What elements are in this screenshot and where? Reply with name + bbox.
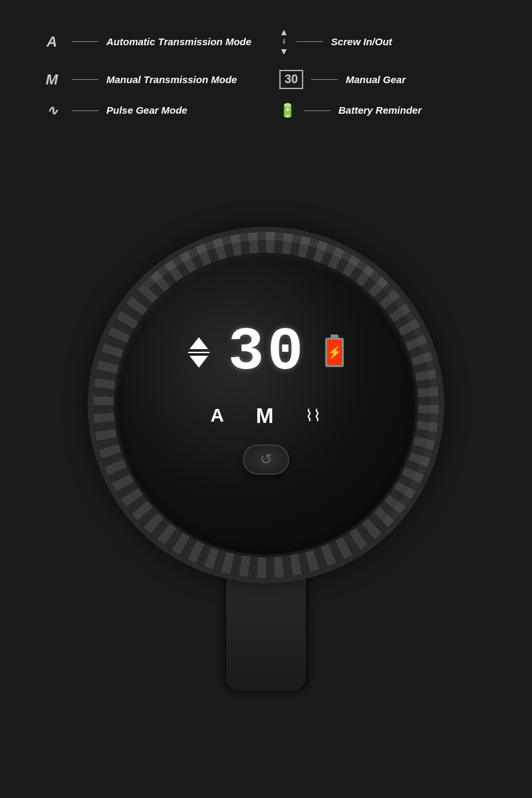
mode-a-indicator: A (211, 405, 224, 426)
legend-item-pulse-gear: ∿ Pulse Gear Mode (40, 102, 253, 118)
manual-symbol: M (40, 71, 64, 88)
legend-item-manual-gear: 30 Manual Gear (279, 70, 492, 89)
mode-pulse-indicator: ⌇⌇ (305, 406, 321, 425)
legend-line (72, 41, 98, 42)
pulse-symbol: ∿ (40, 102, 64, 118)
mode-m-indicator: M (256, 404, 274, 428)
gear-symbol: 30 (279, 70, 303, 89)
button-icon: ↺ (260, 451, 272, 468)
mode-row: A M ⌇⌇ (211, 404, 322, 428)
device-outer: 30 A M ⌇⌇ ↺ (93, 232, 439, 684)
arrow-separator (188, 352, 209, 353)
battery-legend-symbol: 🔋 (279, 102, 296, 118)
legend-panel: A Automatic Transmission Mode ▲ ⬇ ▼ Scre… (0, 0, 532, 132)
legend-item-screw: ▲ ⬇ ▼ Screw In/Out (279, 27, 492, 57)
manual-label: Manual Transmission Mode (106, 73, 237, 86)
legend-line (72, 79, 98, 80)
auto-symbol: A (40, 33, 64, 51)
legend-item-auto-transmission: A Automatic Transmission Mode (40, 27, 253, 57)
display-battery (325, 338, 344, 367)
device-stem (226, 571, 306, 691)
arrow-down-icon (190, 356, 208, 368)
knob-inner: 30 A M ⌇⌇ ↺ (116, 255, 416, 555)
battery-label: Battery Reminder (338, 104, 422, 117)
knob-ring[interactable]: 30 A M ⌇⌇ ↺ (93, 232, 439, 578)
legend-line (304, 110, 331, 111)
legend-item-battery: 🔋 Battery Reminder (279, 102, 492, 118)
pulse-label: Pulse Gear Mode (106, 104, 188, 117)
legend-item-manual-transmission: M Manual Transmission Mode (40, 70, 253, 89)
display-panel: 30 A M ⌇⌇ (188, 323, 344, 428)
auto-label: Automatic Transmission Mode (106, 35, 251, 49)
arrow-up-icon (190, 337, 208, 349)
screw-symbol: ▲ ⬇ ▼ (279, 27, 289, 57)
legend-line (311, 79, 338, 80)
legend-line (72, 110, 98, 111)
device-container: 30 A M ⌇⌇ ↺ (0, 132, 532, 798)
battery-icon (325, 338, 344, 367)
gear-label: Manual Gear (346, 73, 406, 86)
display-row-main: 30 (188, 323, 344, 382)
display-number: 30 (228, 323, 307, 382)
display-arrows-icon (188, 337, 209, 368)
screw-label: Screw In/Out (331, 35, 392, 49)
legend-line (297, 41, 323, 42)
knob-button[interactable]: ↺ (243, 444, 289, 475)
